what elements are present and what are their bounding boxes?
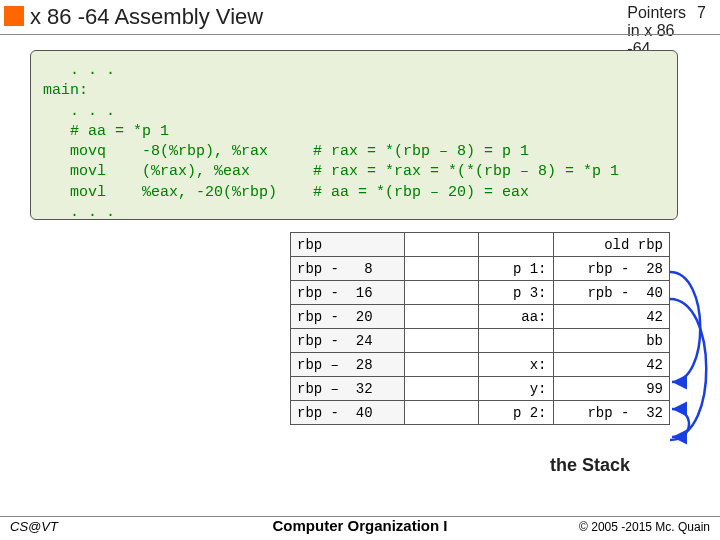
slide-title: x 86 -64 Assembly View <box>30 4 263 30</box>
table-gap <box>405 257 479 281</box>
slide: x 86 -64 Assembly View Pointers in x 86 … <box>0 0 720 540</box>
stack-value: rpb - 40 <box>553 281 669 305</box>
stack-label <box>479 233 553 257</box>
footer-right: © 2005 -2015 Mc. Quain <box>579 520 710 534</box>
stack-label: p 2: <box>479 401 553 425</box>
stack-value: 42 <box>553 353 669 377</box>
stack-addr: rbp <box>291 233 405 257</box>
stack-addr: rbp - 24 <box>291 329 405 353</box>
table-row: rbp – 32 y: 99 <box>291 377 670 401</box>
stack-label: p 1: <box>479 257 553 281</box>
table-gap <box>405 305 479 329</box>
table-row: rbp - 40 p 2: rbp - 32 <box>291 401 670 425</box>
table-gap <box>405 401 479 425</box>
stack-value: rbp - 28 <box>553 257 669 281</box>
stack-value: old rbp <box>553 233 669 257</box>
table-gap <box>405 353 479 377</box>
table-row: rbp - 24 bb <box>291 329 670 353</box>
header-divider <box>0 34 720 35</box>
header-bar: x 86 -64 Assembly View Pointers in x 86 … <box>0 4 720 32</box>
stack-addr: rbp - 8 <box>291 257 405 281</box>
stack-value: 99 <box>553 377 669 401</box>
stack-caption: the Stack <box>550 455 630 476</box>
table-row: rbp - 8 p 1: rbp - 28 <box>291 257 670 281</box>
stack-addr: rbp - 20 <box>291 305 405 329</box>
stack-label: x: <box>479 353 553 377</box>
stack-value: bb <box>553 329 669 353</box>
accent-square-icon <box>4 6 24 26</box>
page-number: 7 <box>688 4 706 22</box>
table-gap <box>405 329 479 353</box>
stack-addr: rbp - 16 <box>291 281 405 305</box>
stack-addr: rbp – 32 <box>291 377 405 401</box>
stack-label <box>479 329 553 353</box>
table-gap <box>405 233 479 257</box>
stack-label: aa: <box>479 305 553 329</box>
assembly-code-box: . . . main: . . . # aa = *p 1 movq -8(%r… <box>30 50 678 220</box>
footer-bar: CS@VT Computer Organization I © 2005 -20… <box>0 516 720 536</box>
table-row: rbp old rbp <box>291 233 670 257</box>
stack-value: 42 <box>553 305 669 329</box>
stack-label: p 3: <box>479 281 553 305</box>
table-gap <box>405 281 479 305</box>
stack-value: rbp - 32 <box>553 401 669 425</box>
table-row: rbp – 28 x: 42 <box>291 353 670 377</box>
stack-table: rbp old rbp rbp - 8 p 1: rbp - 28 rbp - … <box>290 232 670 425</box>
table-row: rbp - 16 p 3: rpb - 40 <box>291 281 670 305</box>
table-row: rbp - 20 aa: 42 <box>291 305 670 329</box>
stack-addr: rbp – 28 <box>291 353 405 377</box>
stack-addr: rbp - 40 <box>291 401 405 425</box>
table-gap <box>405 377 479 401</box>
stack-label: y: <box>479 377 553 401</box>
